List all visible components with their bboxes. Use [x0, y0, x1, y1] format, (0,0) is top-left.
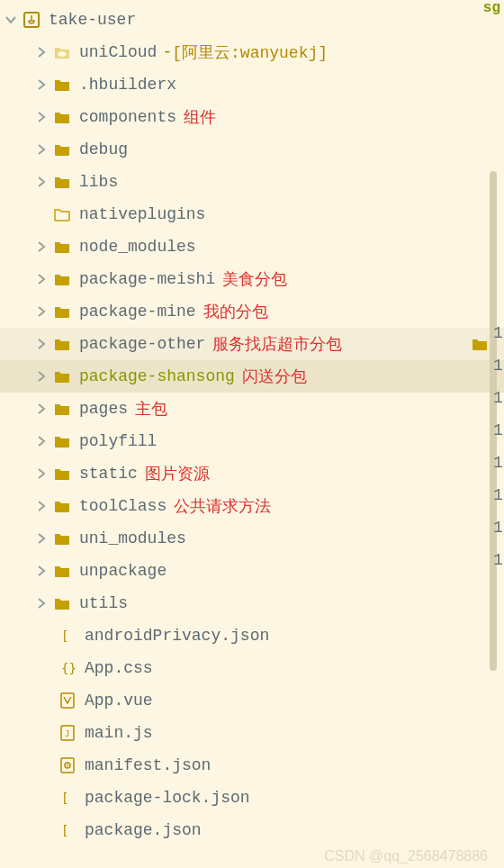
tree-item-package-shansong[interactable]: package-shansong闪送分包: [0, 360, 504, 393]
tree-item-node-modules[interactable]: node_modules: [0, 231, 504, 263]
item-annotation: 闪送分包: [242, 366, 307, 387]
tree-item-app-vue[interactable]: App.vue: [0, 684, 504, 717]
tree-item-static[interactable]: static图片资源: [0, 457, 504, 490]
folder-icon: [52, 237, 72, 257]
item-label: App.css: [85, 659, 153, 677]
file-js-icon: J: [58, 723, 77, 743]
item-label: .hbuilderx: [79, 76, 176, 94]
item-label: package-meishi: [79, 270, 215, 288]
folder-icon: [52, 529, 72, 548]
gutter-num: 1: [493, 479, 504, 511]
tree-item-pages[interactable]: pages主包: [0, 393, 504, 425]
tree-item-uni-modules[interactable]: uni_modules: [0, 522, 504, 555]
tree-item-package-other[interactable]: package-other服务找店超市分包: [0, 328, 504, 360]
tree-item-manifest-json[interactable]: manifest.json: [0, 749, 504, 782]
suffix-dash: -: [162, 43, 172, 61]
item-label: libs: [79, 173, 118, 191]
tree-item-androidprivacy-json[interactable]: [ ]androidPrivacy.json: [0, 619, 504, 652]
tree-item-toolclass[interactable]: toolClass公共请求方法: [0, 490, 504, 522]
item-label: main.js: [85, 724, 153, 742]
item-label: nativeplugins: [79, 205, 205, 223]
item-label: polyfill: [79, 432, 157, 450]
item-label: package-mine: [79, 303, 196, 321]
chevron-right-icon[interactable]: [34, 45, 49, 59]
item-label: uniCloud: [79, 43, 157, 61]
chevron-right-icon[interactable]: [34, 337, 49, 351]
tree-item-debug[interactable]: debug: [0, 133, 504, 166]
chevron-down-icon[interactable]: [4, 13, 18, 27]
tree-item-package-meishi[interactable]: package-meishi美食分包: [0, 263, 504, 295]
chevron-right-icon[interactable]: [34, 369, 49, 384]
folder-icon: [52, 140, 72, 159]
tree-item-components[interactable]: components组件: [0, 101, 504, 133]
chevron-right-icon[interactable]: [34, 564, 49, 578]
chevron-right-icon[interactable]: [34, 175, 49, 189]
chevron-right-icon[interactable]: [34, 142, 49, 157]
tree-item-utils[interactable]: utils: [0, 587, 504, 619]
item-annotation: 公共请求方法: [174, 495, 271, 517]
item-label: manifest.json: [85, 756, 211, 774]
folder-icon: [52, 561, 72, 581]
item-annotation: 美食分包: [222, 268, 287, 290]
folder-icon: [52, 334, 72, 354]
chevron-right-icon[interactable]: [34, 240, 49, 254]
tree-item-nativeplugins[interactable]: nativeplugins: [0, 198, 504, 231]
project-icon: [22, 10, 41, 30]
svg-text:[ ]: [ ]: [61, 791, 76, 805]
file-json-icon: [ ]: [58, 788, 77, 808]
item-label: package-other: [79, 335, 205, 353]
tree-item-package-json[interactable]: [ ]package.json: [0, 814, 504, 846]
folder-icon: [52, 464, 72, 484]
tree-item-unicloud[interactable]: uniCloud - [阿里云:wanyuekj]: [0, 36, 504, 68]
file-json-icon: [ ]: [58, 820, 77, 840]
tree-item-unpackage[interactable]: unpackage: [0, 555, 504, 587]
suffix-brackets: [阿里云:wanyuekj]: [172, 41, 328, 63]
watermark: CSDN @qq_2568478886: [324, 848, 488, 864]
chevron-right-icon[interactable]: [34, 110, 49, 124]
gutter-num: 1: [493, 414, 504, 447]
item-annotation: 组件: [184, 106, 216, 128]
chevron-right-icon[interactable]: [34, 499, 49, 513]
chevron-right-icon[interactable]: [34, 77, 49, 92]
folder-icon: [52, 302, 72, 321]
folder-icon: [52, 269, 72, 289]
tree-item-polyfill[interactable]: polyfill: [0, 425, 504, 457]
item-annotation: 服务找店超市分包: [212, 333, 342, 355]
corner-tag: sg: [483, 0, 500, 16]
folder-icon: [470, 334, 490, 354]
gutter-num: 1: [493, 447, 504, 479]
item-label: App.vue: [85, 692, 153, 710]
tree-item-app-css[interactable]: {}App.css: [0, 652, 504, 684]
tree-item--hbuilderx[interactable]: .hbuilderx: [0, 68, 504, 101]
item-label: toolClass: [79, 497, 166, 515]
item-label: debug: [79, 140, 128, 158]
item-label: components: [79, 108, 176, 126]
item-annotation: 图片资源: [145, 463, 210, 484]
chevron-right-icon[interactable]: [34, 596, 49, 610]
item-label: package-lock.json: [85, 789, 250, 807]
chevron-right-icon[interactable]: [34, 272, 49, 286]
line-gutter: 11111111: [493, 317, 504, 576]
tree-item-main-js[interactable]: Jmain.js: [0, 717, 504, 749]
folder-icon: [52, 496, 72, 516]
item-label: androidPrivacy.json: [85, 627, 269, 645]
tree-item-package-lock-json[interactable]: [ ]package-lock.json: [0, 782, 504, 814]
item-label: package-shansong: [79, 367, 235, 385]
file-vue-icon: [58, 691, 77, 710]
folder-icon: [52, 366, 72, 386]
gutter-num: 1: [493, 511, 504, 544]
chevron-right-icon[interactable]: [34, 304, 49, 319]
svg-rect-4: [61, 693, 74, 708]
svg-point-9: [67, 764, 68, 766]
folder-cloud-icon: [52, 42, 72, 62]
tree-root-row[interactable]: take-user: [0, 4, 504, 36]
file-css-icon: {}: [58, 658, 77, 678]
tree-item-package-mine[interactable]: package-mine我的分包: [0, 295, 504, 328]
tree-item-libs[interactable]: libs: [0, 166, 504, 198]
chevron-right-icon[interactable]: [34, 402, 49, 416]
chevron-right-icon[interactable]: [34, 531, 49, 546]
chevron-right-icon[interactable]: [34, 466, 49, 481]
chevron-right-icon[interactable]: [34, 434, 49, 448]
folder-icon: [52, 75, 72, 95]
item-annotation: 主包: [135, 398, 167, 420]
